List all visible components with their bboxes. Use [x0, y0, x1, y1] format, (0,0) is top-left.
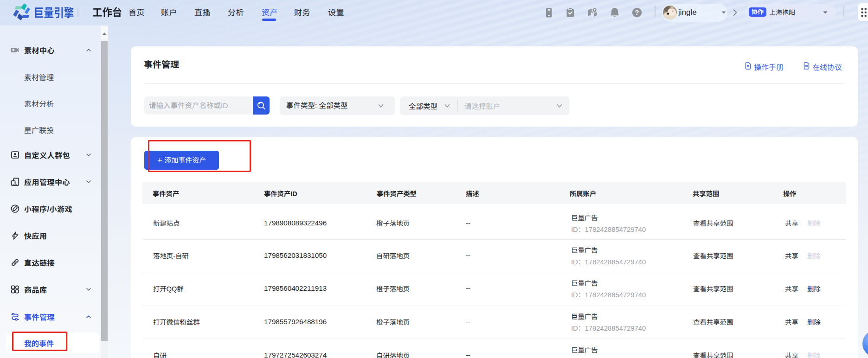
- svg-text:?: ?: [635, 9, 639, 16]
